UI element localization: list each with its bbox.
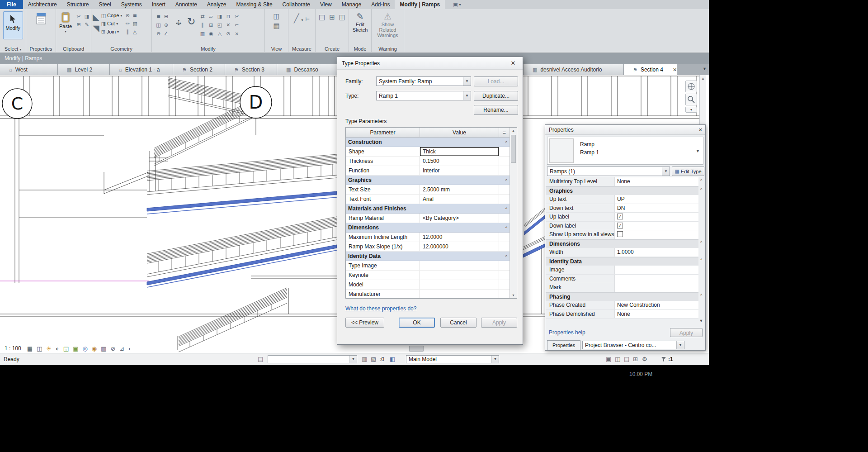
panel-label-warning[interactable]: Warning [372,46,404,52]
panel-label-modify[interactable]: Modify [152,46,264,52]
ribbon-display-toggle[interactable]: ▣ ▾ [450,0,463,9]
apply-button[interactable]: Apply [481,318,517,328]
tab-add-ins[interactable]: Add-Ins [366,0,395,9]
detail-level-icon[interactable]: ▦ [27,346,33,352]
override-graphics-icon[interactable]: ▦ [273,23,279,29]
property-row[interactable]: Comments [546,275,698,284]
property-row[interactable]: Phase DemolishedNone [546,310,698,319]
copy-to-clipboard-icon[interactable]: ◨ [85,14,89,19]
mirror-axis-icon[interactable]: ◫ [156,23,160,28]
collapse-icon[interactable]: ^ [698,240,704,245]
property-value[interactable]: UP [614,195,698,204]
parameter-row[interactable]: Thickness0.1500 [346,157,509,166]
ok-button[interactable]: OK [399,318,435,328]
collapse-icon[interactable]: ^ [505,252,507,262]
trim-single-icon[interactable]: ⌐ [235,23,239,28]
navigation-options-button[interactable]: ▾ [685,107,697,113]
settings-gear-icon[interactable]: ⚙ [642,353,647,365]
trim-corner-icon[interactable]: ⊓ [226,14,231,19]
view-tab-section-4[interactable]: ⚑Section 4✕ [624,64,677,75]
create-group-icon[interactable]: ⊞ [329,14,335,21]
parameter-value[interactable]: Arial [420,195,499,204]
disallow-join-icon[interactable]: ⊘ [226,31,230,36]
property-group-row[interactable]: Graphics [546,186,698,195]
vertical-scrollbar[interactable]: ▲ [699,75,706,125]
cope-corner-icon[interactable]: ◣ [93,13,99,21]
split-icon[interactable]: ✂ [235,14,239,19]
visual-style-icon[interactable]: ◫ [37,346,42,352]
property-group-row[interactable]: Identity Data [546,257,698,266]
beam-joins-icon[interactable]: ≡ [133,13,137,18]
family-select[interactable]: System Family: Ramp ▼ [376,76,471,86]
checkbox[interactable]: ✓ [617,223,623,228]
parameter-row[interactable]: Text Size2.5000 mm [346,185,509,195]
tab-modify-ramps[interactable]: Modify | Ramps [395,0,445,9]
temporary-hide-isolate-icon[interactable]: ◎ [82,346,87,352]
tab-annotate[interactable]: Annotate [170,0,202,9]
scrollbar-thumb[interactable] [511,135,516,163]
tab-collaborate[interactable]: Collaborate [278,0,315,9]
parameter-value[interactable] [420,271,499,280]
modify-button[interactable]: Modify [3,11,23,39]
exclusions-icon[interactable]: ▧ [371,353,376,365]
view-tab-section-2[interactable]: ⚑Section 2 [173,64,225,75]
panel-label-select[interactable]: Select ▾ [0,46,26,52]
load-button[interactable]: Load... [474,76,518,86]
worksets-combo[interactable]: ▼ [268,355,357,363]
tab-insert[interactable]: Insert [147,0,170,9]
collapse-icon[interactable]: ^ [505,176,507,186]
collapse-icon[interactable]: ^ [698,258,704,262]
tab-architecture[interactable]: Architecture [23,0,62,9]
navigation-wheel-button[interactable] [685,81,697,92]
panel-label-mode[interactable]: Mode [349,46,371,52]
design-option-combo[interactable]: Main Model▼ [406,355,499,363]
design-options-icon[interactable]: ▥ [362,353,367,365]
offset-icon[interactable]: ⊟ [164,14,168,19]
column-header-value[interactable]: Value [420,128,499,137]
property-row[interactable]: Up label✓ [546,213,698,222]
parameter-row[interactable]: FunctionInterior [346,166,509,176]
collapse-icon[interactable]: ^ [698,187,704,192]
parameter-group-row[interactable]: Construction^ [346,138,509,147]
dimension-icon[interactable]: ⊢ [305,17,310,22]
parameter-value[interactable]: 12.0000 [420,233,499,242]
unjoin-icon[interactable]: ◬ [133,29,137,34]
parameter-value[interactable] [420,261,499,270]
filter-icon[interactable] [661,357,666,362]
create-similar-icon[interactable]: □ [319,14,325,21]
parameter-group-row[interactable]: Graphics^ [346,176,509,185]
align-multi-icon[interactable]: ▥ [200,31,205,36]
selection-link-icon[interactable]: ▣ [606,353,611,365]
horizontal-scrollbar-thumb[interactable] [409,346,424,352]
collapse-icon[interactable]: ^ [505,224,507,233]
property-value[interactable]: None [614,177,698,186]
parameter-row[interactable]: Maximum Incline Length12.0000 [346,233,509,242]
parameter-value[interactable] [420,290,499,299]
property-row[interactable]: Width1.0000 [546,248,698,257]
panel-label-view[interactable]: View [265,46,288,52]
join-dropdown[interactable]: ⊞Join▾ [101,28,123,36]
column-header-parameter[interactable]: Parameter [346,128,420,137]
palette-apply-button[interactable]: Apply [670,328,703,337]
wall-joins-icon[interactable]: ⊗ [126,13,130,18]
pin-icon[interactable]: ⊕ [164,23,168,28]
property-value[interactable] [614,266,698,274]
close-icon[interactable]: ✕ [673,67,677,73]
collapse-bar-icon[interactable]: ‹ [128,346,130,352]
palette-tab-properties[interactable]: Properties [547,340,580,350]
property-row[interactable]: Down textDN [546,204,698,213]
selection-constraints-icon[interactable]: ⊞ [633,353,638,365]
move-button[interactable]: ↔ ↕ [173,16,184,28]
split-face-icon[interactable]: ✏ [126,21,130,26]
parameter-value-input[interactable]: Thick [420,147,499,156]
parameter-value[interactable]: <By Category> [420,214,499,223]
tab-manage[interactable]: Manage [337,0,366,9]
edit-sketch-button[interactable]: ✎ Edit Sketch [349,10,371,33]
grid-bubble-d[interactable]: D [240,86,272,118]
measure-ruler-icon[interactable]: ╱ [294,14,299,23]
offset-copy-icon[interactable]: ▱ [209,14,213,19]
rotate-button[interactable]: ↻ [187,16,195,28]
hide-elements-icon[interactable]: ◫ [273,13,279,20]
sun-path-icon[interactable]: ☀ [46,346,52,352]
tab-file[interactable]: File [0,0,23,9]
